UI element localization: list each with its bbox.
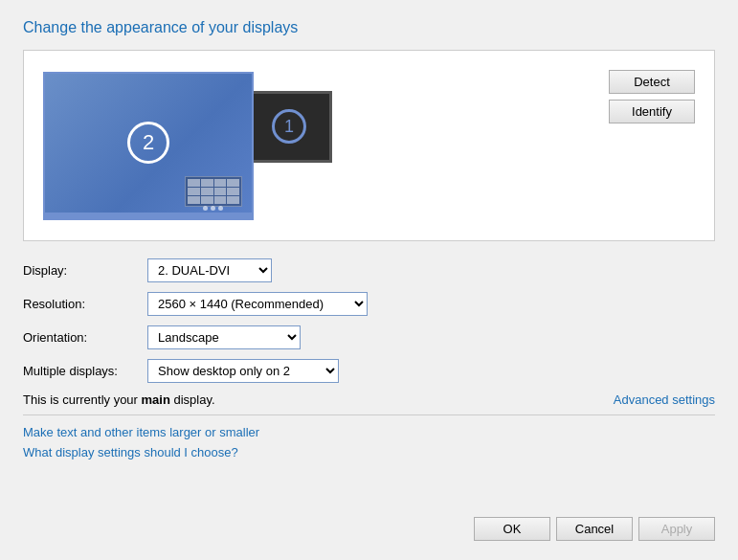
main-display-text: This is currently your main display. xyxy=(23,392,215,407)
detect-button[interactable]: Detect xyxy=(609,70,695,94)
display-row: Display: 2. DUAL-DVI xyxy=(23,258,715,282)
resolution-select[interactable]: 2560 × 1440 (Recommended) 1920 × 1080 12… xyxy=(147,292,368,316)
resolution-row: Resolution: 2560 × 1440 (Recommended) 19… xyxy=(23,292,715,316)
multiple-displays-row: Multiple displays: Show desktop only on … xyxy=(23,359,715,383)
monitor-1-number: 1 xyxy=(272,109,306,144)
monitors-container: 2 1 xyxy=(43,60,609,231)
monitor-2[interactable]: 2 xyxy=(43,72,254,220)
divider xyxy=(23,414,715,415)
orientation-label: Orientation: xyxy=(23,330,147,345)
main-display-row: This is currently your main display. Adv… xyxy=(23,392,715,407)
identify-button[interactable]: Identify xyxy=(609,100,695,123)
advanced-settings-link[interactable]: Advanced settings xyxy=(614,392,715,407)
multiple-displays-select[interactable]: Show desktop only on 2 Duplicate these d… xyxy=(147,359,339,383)
display-preview-area: 2 1 Detect Identify xyxy=(23,50,715,241)
apply-button[interactable]: Apply xyxy=(638,517,715,541)
detect-identify-area: Detect Identify xyxy=(609,70,695,123)
page-title: Change the appearance of your displays xyxy=(23,19,715,36)
orientation-select[interactable]: Landscape Portrait Landscape (flipped) P… xyxy=(147,325,301,349)
monitor-2-dots xyxy=(203,206,223,211)
display-label: Display: xyxy=(23,263,147,278)
monitor-2-number: 2 xyxy=(127,122,169,164)
text-size-link[interactable]: Make text and other items larger or smal… xyxy=(23,425,715,439)
display-select[interactable]: 2. DUAL-DVI xyxy=(147,258,272,282)
monitor-2-taskbar xyxy=(185,176,242,207)
ok-button[interactable]: OK xyxy=(474,517,550,541)
monitor-1[interactable]: 1 xyxy=(246,91,332,163)
display-settings-link[interactable]: What display settings should I choose? xyxy=(23,445,715,459)
resolution-label: Resolution: xyxy=(23,297,147,311)
multiple-displays-label: Multiple displays: xyxy=(23,364,147,378)
bottom-buttons: OK Cancel Apply xyxy=(23,507,715,541)
cancel-button[interactable]: Cancel xyxy=(556,517,633,541)
orientation-row: Orientation: Landscape Portrait Landscap… xyxy=(23,325,715,349)
